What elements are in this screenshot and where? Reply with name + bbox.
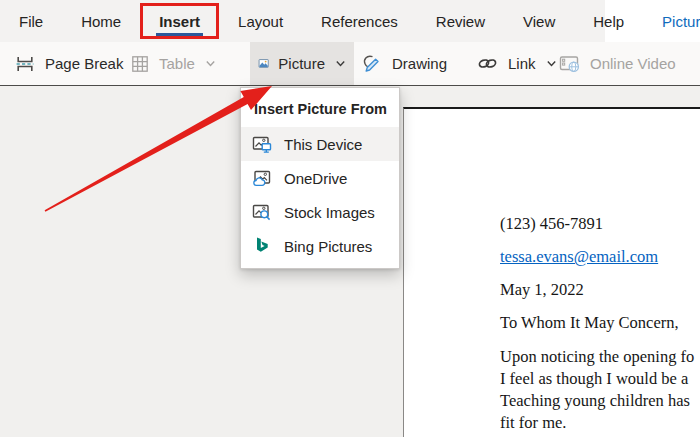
- online-video-icon: [558, 52, 581, 75]
- tab-file[interactable]: File: [0, 0, 62, 42]
- tab-references[interactable]: References: [302, 0, 417, 42]
- dropdown-title: Insert Picture From: [241, 88, 399, 127]
- dropdown-item-this-device[interactable]: This Device: [241, 127, 399, 161]
- drawing-label: Drawing: [392, 55, 447, 72]
- drawing-icon: [360, 52, 383, 75]
- insert-ribbon-toolbar: Page Break Table Picture: [0, 42, 700, 86]
- dropdown-item-stock-images[interactable]: Stock Images: [241, 195, 399, 229]
- tab-review[interactable]: Review: [417, 0, 504, 42]
- dropdown-item-label: Bing Pictures: [284, 238, 372, 255]
- page-break-icon: [14, 53, 36, 75]
- insert-picture-dropdown: Insert Picture From This Device: [240, 87, 400, 269]
- dropdown-item-label: This Device: [284, 136, 362, 153]
- tab-view-label: View: [523, 13, 555, 30]
- doc-body-line: Upon noticing the opening fo: [500, 346, 694, 368]
- chevron-down-icon: [335, 58, 346, 69]
- tab-layout[interactable]: Layout: [219, 0, 302, 42]
- picture-label: Picture: [278, 55, 325, 72]
- red-highlight-box-annotation: [140, 3, 219, 39]
- tab-file-label: File: [19, 13, 43, 30]
- tab-home-label: Home: [81, 13, 121, 30]
- chevron-down-icon: [205, 58, 216, 69]
- tab-layout-label: Layout: [238, 13, 283, 30]
- tab-view[interactable]: View: [504, 0, 574, 42]
- drawing-button[interactable]: Drawing: [352, 42, 455, 85]
- table-label: Table: [159, 55, 195, 72]
- doc-body-paragraph: Upon noticing the opening fo I feel as t…: [500, 346, 694, 434]
- page-break-button[interactable]: Page Break: [6, 42, 131, 85]
- dropdown-item-onedrive[interactable]: OneDrive: [241, 161, 399, 195]
- bing-logo-icon: [252, 236, 272, 256]
- link-icon: [476, 52, 499, 75]
- tab-references-label: References: [321, 13, 398, 30]
- document-page[interactable]: (123) 456-7891 tessa.evans@email.com May…: [403, 107, 700, 437]
- doc-phone-line: (123) 456-7891: [500, 214, 603, 234]
- dropdown-item-label: Stock Images: [284, 204, 375, 221]
- tab-help-label: Help: [593, 13, 624, 30]
- tab-help[interactable]: Help: [574, 0, 643, 42]
- ribbon-tab-bar: File Home Insert Layout References Revie…: [0, 0, 700, 42]
- doc-body-line: I feel as though I would be a: [500, 368, 694, 390]
- link-label: Link: [508, 55, 536, 72]
- tab-insert[interactable]: Insert: [140, 0, 219, 42]
- picture-button[interactable]: Picture: [250, 42, 354, 85]
- page-break-label: Page Break: [45, 55, 123, 72]
- tab-picture-label: Picture: [662, 13, 700, 30]
- doc-body-line: fit for me.: [500, 412, 694, 434]
- doc-date-line: May 1, 2022: [500, 280, 584, 300]
- online-video-button: Online Video: [550, 42, 684, 85]
- device-picture-icon: [252, 134, 272, 154]
- dropdown-item-bing-pictures[interactable]: Bing Pictures: [241, 229, 399, 263]
- tab-picture-contextual[interactable]: Picture: [643, 0, 700, 42]
- dropdown-item-label: OneDrive: [284, 170, 347, 187]
- doc-body-line: Teaching young children has: [500, 390, 694, 412]
- table-icon: [130, 54, 150, 74]
- picture-icon: [258, 53, 269, 74]
- tab-review-label: Review: [436, 13, 485, 30]
- stock-images-icon: [252, 202, 272, 222]
- email-hyperlink[interactable]: tessa.evans@email.com: [500, 247, 658, 266]
- online-video-label: Online Video: [590, 55, 676, 72]
- table-button: Table: [122, 42, 224, 85]
- word-online-window: File Home Insert Layout References Revie…: [0, 0, 700, 437]
- doc-email-line: tessa.evans@email.com: [500, 247, 658, 267]
- tab-home[interactable]: Home: [62, 0, 140, 42]
- onedrive-picture-icon: [252, 168, 272, 188]
- doc-salutation-line: To Whom It May Concern,: [500, 313, 679, 333]
